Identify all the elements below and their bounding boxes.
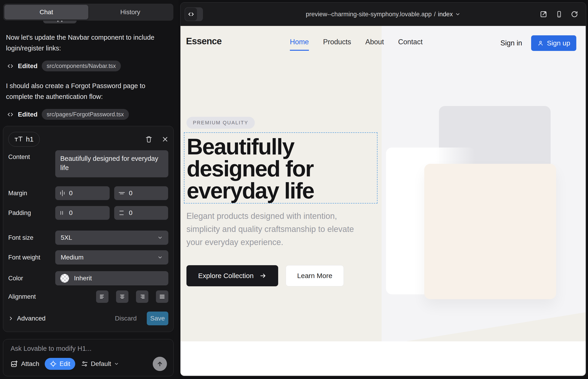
attach-button[interactable]: Attach: [11, 360, 39, 367]
chat-panel: Chat History Now let's update the Navbar…: [0, 0, 179, 379]
target-icon: [50, 360, 57, 367]
preview-topbar: preview--charming-site-symphony.lovable.…: [181, 2, 586, 26]
preview-pane: preview--charming-site-symphony.lovable.…: [180, 2, 586, 376]
align-center-icon: [119, 293, 125, 300]
content-textarea[interactable]: Beautifully designed for everyday life: [55, 150, 168, 177]
delete-element-button[interactable]: [145, 136, 152, 143]
nav-link-products[interactable]: Products: [323, 38, 351, 51]
margin-vertical-icon: [118, 190, 125, 196]
url-separator: /: [434, 11, 436, 18]
open-in-new-tab-button[interactable]: [540, 10, 547, 18]
align-left-icon: [99, 293, 106, 300]
send-button[interactable]: [153, 357, 167, 371]
site-nav: Home Products About Contact: [290, 38, 423, 51]
mode-label: Default: [91, 360, 111, 367]
refresh-button[interactable]: [571, 11, 578, 18]
explore-collection-button[interactable]: Explore Collection: [186, 265, 278, 286]
align-right-icon: [139, 293, 145, 300]
padding-x-input[interactable]: 0: [55, 206, 110, 220]
chat-history-tabs: Chat History: [3, 4, 173, 21]
site-canvas: Essence Home Products About Contact Sign…: [181, 26, 586, 376]
color-value: Inherit: [74, 275, 92, 282]
explore-collection-label: Explore Collection: [198, 272, 254, 280]
external-link-icon: [540, 10, 547, 18]
model-default-button[interactable]: Default: [81, 360, 119, 367]
selected-element-tag: h1: [8, 132, 40, 147]
align-justify-button[interactable]: [156, 290, 168, 303]
font-weight-select[interactable]: Medium: [55, 250, 168, 265]
font-size-label: Font size: [8, 234, 55, 241]
discard-button[interactable]: Discard: [115, 315, 137, 322]
close-icon: [162, 136, 168, 142]
edited-file-row[interactable]: Edited src/components/Navbar.tsx: [7, 61, 169, 71]
align-center-button[interactable]: [116, 290, 128, 303]
url-bar[interactable]: preview--charming-site-symphony.lovable.…: [306, 11, 461, 18]
margin-y-value: 0: [129, 190, 133, 197]
padding-y-value: 0: [129, 209, 133, 217]
font-weight-value: Medium: [61, 254, 157, 261]
image-plus-icon: [11, 360, 18, 367]
scrolled-chip: [43, 20, 77, 23]
user-icon: [537, 40, 544, 46]
padding-y-input[interactable]: 0: [114, 206, 168, 220]
color-select[interactable]: Inherit: [55, 271, 168, 285]
sign-in-link[interactable]: Sign in: [500, 39, 522, 47]
margin-x-value: 0: [69, 190, 73, 197]
file-path-pill[interactable]: src/components/Navbar.tsx: [42, 61, 121, 71]
lovable-app: Chat History Now let's update the Navbar…: [0, 0, 588, 379]
advanced-label: Advanced: [17, 315, 46, 322]
refresh-icon: [571, 11, 578, 18]
code-icon: [187, 11, 195, 18]
color-label: Color: [8, 275, 55, 282]
tab-chat[interactable]: Chat: [4, 5, 88, 19]
align-left-button[interactable]: [96, 290, 108, 303]
close-panel-button[interactable]: [162, 136, 168, 142]
code-icon: [7, 63, 14, 69]
padding-label: Padding: [8, 209, 55, 217]
edited-label: Edited: [18, 63, 38, 70]
learn-more-button[interactable]: Learn More: [286, 265, 344, 286]
chevron-down-icon: [157, 255, 163, 260]
hero-diagonal-shape: [406, 312, 586, 341]
advanced-toggle[interactable]: Advanced: [8, 315, 46, 322]
chat-message: Now let's update the Navbar component to…: [6, 32, 169, 54]
code-preview-toggle[interactable]: [185, 7, 203, 21]
chat-message: I should also create a Forgot Password p…: [6, 80, 169, 102]
type-icon: [15, 136, 23, 143]
nav-link-contact[interactable]: Contact: [398, 38, 423, 51]
edit-mode-button[interactable]: Edit: [45, 358, 75, 370]
font-size-value: 5XL: [61, 234, 157, 241]
element-tag-label: h1: [26, 135, 33, 143]
file-path-pill[interactable]: src/pages/ForgotPassword.tsx: [42, 109, 129, 120]
edited-file-row[interactable]: Edited src/pages/ForgotPassword.tsx: [7, 109, 169, 120]
edited-label: Edited: [18, 111, 38, 118]
nav-link-about[interactable]: About: [365, 38, 384, 51]
chevron-down-icon: [157, 235, 163, 240]
margin-label: Margin: [8, 190, 55, 197]
mobile-view-button[interactable]: [556, 10, 563, 18]
margin-y-input[interactable]: 0: [114, 186, 168, 200]
chat-input-placeholder: Ask Lovable to modify H1...: [11, 345, 166, 352]
sign-up-button[interactable]: Sign up: [531, 35, 576, 51]
padding-x-value: 0: [69, 209, 73, 217]
preview-url: preview--charming-site-symphony.lovable.…: [306, 11, 432, 18]
nav-link-home[interactable]: Home: [290, 38, 309, 51]
align-right-button[interactable]: [136, 290, 148, 303]
tab-history[interactable]: History: [88, 5, 172, 19]
chat-input-box[interactable]: Ask Lovable to modify H1... Attach Edit …: [3, 339, 174, 376]
site-logo[interactable]: Essence: [186, 36, 221, 46]
align-justify-icon: [159, 293, 165, 300]
chevron-down-icon: [455, 12, 461, 17]
font-size-select[interactable]: 5XL: [55, 231, 168, 245]
arrow-right-icon: [260, 272, 266, 279]
padding-vertical-icon: [118, 210, 125, 216]
attach-label: Attach: [21, 360, 39, 367]
margin-horizontal-icon: [59, 190, 65, 197]
element-editor-panel: h1 Content Beautifully designed for ever…: [3, 126, 174, 332]
save-button[interactable]: Save: [147, 312, 168, 325]
smartphone-icon: [556, 10, 563, 18]
hero-heading[interactable]: Beautifully designed for everyday life: [187, 136, 377, 202]
preview-page: index: [438, 11, 453, 18]
sign-up-label: Sign up: [547, 39, 570, 47]
margin-x-input[interactable]: 0: [55, 186, 110, 200]
